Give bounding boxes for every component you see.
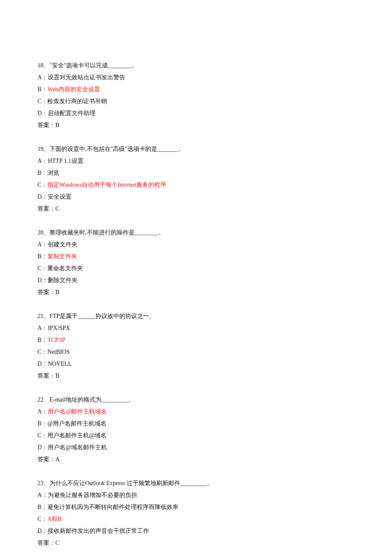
question-option: C：指定Windows自动用于每个Internet服务的程序 [37, 179, 392, 191]
question-option: C：检查发行商的证书吊销 [37, 95, 392, 107]
question-option: D：接收新邮件发出的声音会干扰正常工作 [37, 525, 392, 537]
question-option: B：复制文件夹 [37, 251, 392, 263]
question-option: B：@用户名邮件主机域名 [37, 418, 392, 430]
spacer [37, 298, 392, 310]
spacer [37, 465, 392, 477]
answer-line: 答案：C [37, 203, 392, 215]
answer-line: 答案：C [37, 537, 392, 549]
spacer [37, 131, 392, 143]
question-option: A：用户名@邮件主机域名 [37, 406, 392, 418]
question-option: D：启动配置文件助理 [37, 107, 392, 119]
question-option: B：TCP/IP [37, 334, 392, 346]
document-body: 18、"安全"选项卡可以完成________。 A：设置对无效站点证书发出警告 … [0, 0, 392, 555]
question-option: B：避免计算机因为不断转向邮件处理程序而降低效率 [37, 501, 392, 513]
question-stem: 21、FTP是属于______协议族中的协议之一。 [37, 310, 392, 322]
answer-line: 答案：B [37, 119, 392, 131]
question-option: D：删除文件夹 [37, 275, 392, 286]
question-option: C：A和B [37, 513, 392, 525]
question-stem: 20、整理收藏夹时,不能进行的操作是________。 [37, 227, 392, 239]
spacer [37, 382, 392, 394]
spacer [37, 549, 392, 555]
question-stem: 18、"安全"选项卡可以完成________。 [37, 60, 392, 72]
answer-line: 答案：B [37, 286, 392, 298]
question-option: D：NOVELL [37, 358, 392, 370]
question-option: A：IPX/SPX [37, 322, 392, 334]
question-option: B：Web内容的安全设置 [37, 84, 392, 95]
question-stem: 22、E-mail地址的格式为_________。 [37, 394, 392, 406]
spacer [37, 215, 392, 227]
answer-line: 答案：B [37, 370, 392, 382]
question-option: D：用户名@域名邮件主机 [37, 442, 392, 454]
question-option: A：设置对无效站点证书发出警告 [37, 72, 392, 84]
question-stem: 23、为什么不应让Outlook Express 过于频繁地刷新邮件______… [37, 477, 392, 489]
question-option: B：浏览 [37, 167, 392, 179]
question-option: C：NetBIOS [37, 346, 392, 358]
answer-line: 答案：A [37, 454, 392, 465]
question-option: A：创建文件夹 [37, 239, 392, 251]
question-option: C：重命名文件夹 [37, 263, 392, 275]
question-option: D：安全设置 [37, 191, 392, 203]
question-option: A：HTTP 1.1设置 [37, 155, 392, 167]
question-option: C：用户名邮件主机@域名 [37, 430, 392, 442]
question-option: A：为避免让服务器增加不必要的负担 [37, 489, 392, 501]
question-stem: 19、下面的设置中,不包括在"高级"选项卡的是_______。 [37, 143, 392, 155]
